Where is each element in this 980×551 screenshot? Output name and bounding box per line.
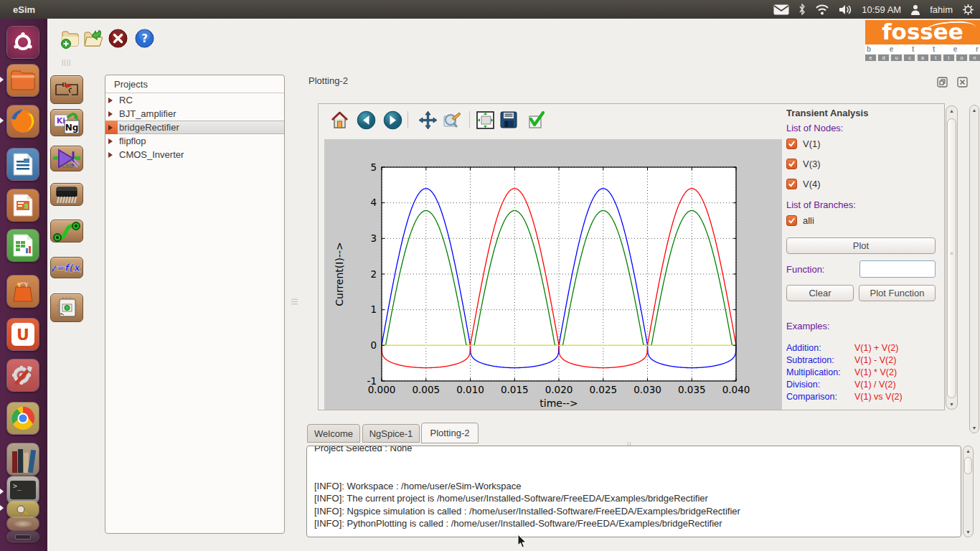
network-wifi-icon[interactable] [815,4,829,15]
checkbox-checked-icon[interactable] [786,215,797,226]
dock-scrollbar[interactable]: ▲ ▼ [969,105,979,433]
expand-arrow-icon[interactable] [105,121,118,134]
scroll-down-icon[interactable]: ▼ [970,425,979,430]
schematic-editor-icon[interactable] [50,75,83,104]
scrollbar-thumb[interactable]: ≡ [947,118,956,398]
close-window-icon[interactable] [957,77,968,88]
save-icon[interactable] [499,110,518,132]
subcircuit-icon[interactable] [50,183,83,206]
scrollbar-thumb[interactable] [964,457,972,474]
example-row: Comparison:V(1) vs V(2) [786,392,837,402]
configure-subplots-icon[interactable] [476,110,495,133]
plot-button[interactable]: Plot [786,237,936,254]
scroll-down-icon[interactable]: ▼ [946,402,957,407]
kicad-to-ngspice-icon[interactable]: KiNg [50,109,83,136]
volume-icon[interactable] [839,4,852,15]
logo-letter: b [867,45,871,53]
svg-text:time-->: time--> [540,397,578,409]
restore-window-icon[interactable] [937,77,948,88]
files-icon[interactable] [6,64,39,97]
checkbox-label: V(4) [803,179,821,189]
scroll-up-icon[interactable]: ▲ [946,108,957,113]
project-item-CMOS_Inverter[interactable]: CMOS_Inverter [105,148,284,161]
screen: eSim 10:59 AM fahim U>_ [0,0,980,551]
expand-arrow-icon[interactable] [105,107,118,121]
dash-home-icon[interactable] [6,26,39,59]
project-item-BJT_amplifier[interactable]: BJT_amplifier [105,107,284,121]
stacked-app-3-icon[interactable] [6,531,39,542]
tab-NgSpice-1[interactable]: NgSpice-1 [362,424,420,443]
session-gear-icon[interactable] [962,4,974,16]
function-input[interactable] [859,260,936,278]
pan-icon[interactable] [418,110,438,133]
tab-Welcome[interactable]: Welcome [307,424,360,443]
console-scrollbar[interactable]: ▲ ▼ [963,446,974,537]
svg-text:0.005: 0.005 [412,384,440,395]
logo-letter: d [878,55,889,61]
nghdl-icon[interactable] [50,220,83,242]
project-item-RC[interactable]: RC [105,93,284,107]
back-icon[interactable] [357,110,376,133]
logo-letter: o [956,55,967,61]
home-icon[interactable] [330,110,349,133]
project-item-flipflop[interactable]: flipflop [105,134,284,148]
model-editor-icon[interactable]: LED [50,146,83,171]
expand-arrow-icon[interactable] [105,134,118,148]
new-project-icon[interactable] [60,29,80,52]
close-project-icon[interactable] [108,29,128,51]
scroll-up-icon[interactable]: ▲ [963,448,973,453]
help-icon[interactable]: ? [135,29,154,51]
ubuntu-one-icon[interactable]: U [6,318,39,351]
bluetooth-icon[interactable] [798,4,806,15]
console-line: [INFO]: PythonPlotting is called : /home… [314,517,953,530]
zoom-rect-icon[interactable] [442,110,462,133]
scroll-up-icon[interactable]: ▲ [970,108,979,113]
toolbar-grip[interactable]: |||| [62,59,71,66]
checkbox-row-V(4): V(4) [786,179,821,189]
checkbox-checked-icon[interactable] [786,179,797,189]
chromium-icon[interactable] [6,402,39,435]
clock[interactable]: 10:59 AM [862,4,901,15]
libreoffice-writer-icon[interactable] [6,148,39,181]
open-project-icon[interactable] [83,29,103,52]
unity-launcher: U>_ [0,19,47,551]
calibre-icon[interactable] [6,443,39,476]
libreoffice-impress-icon[interactable] [6,189,39,222]
svg-text:4: 4 [370,197,377,208]
example-row: Multiplication:V(1) * V(2) [786,367,841,377]
tab-Plotting-2[interactable]: Plotting-2 [421,423,479,443]
stacked-app-1-icon[interactable] [6,501,39,518]
project-item-bridgeRectifier[interactable]: bridgeRectifier [105,121,284,134]
messages-icon[interactable] [773,4,789,15]
system-settings-icon[interactable] [6,359,39,392]
plot-canvas[interactable]: 0.0000.0050.0100.0150.0200.0250.0300.035… [324,139,782,410]
clear-button[interactable]: Clear [786,285,854,301]
fossee-logo-better: better [865,44,980,54]
checkbox-checked-icon[interactable] [786,138,797,149]
example-row: Subtraction:V(1) - V(2) [786,355,834,365]
libreoffice-calc-icon[interactable] [6,229,39,262]
splitter-grip[interactable]: ||| [291,298,298,306]
logo-letter: a [918,55,928,61]
terminal-icon[interactable]: >_ [6,476,39,504]
firefox-icon[interactable] [6,105,39,138]
software-center-icon[interactable] [6,275,39,308]
plot-function-button[interactable]: Plot Function [859,285,936,301]
stacked-app-2-icon[interactable] [6,517,39,531]
scroll-down-icon[interactable]: ▼ [963,529,973,534]
customize-icon[interactable] [525,110,545,133]
omedit-icon[interactable]: y=f(x) [50,257,83,278]
options-scrollbar[interactable]: ▲ ≡ ▼ [946,105,958,410]
checkbox-checked-icon[interactable] [786,159,797,169]
username[interactable]: fahim [930,4,953,15]
forward-icon[interactable] [383,110,402,133]
expand-arrow-icon[interactable] [105,148,118,161]
modelica-converter-icon[interactable] [50,293,83,322]
branches-label: List of Branches: [786,199,856,210]
projects-list: RCBJT_amplifierbridgeRectifierflipflopCM… [105,93,284,161]
plot-window-title: Plotting-2 [308,75,348,86]
expand-arrow-icon[interactable] [105,93,118,107]
projects-header: Projects [105,75,284,93]
project-label: RC [119,95,133,105]
svg-text:0.020: 0.020 [545,384,573,395]
